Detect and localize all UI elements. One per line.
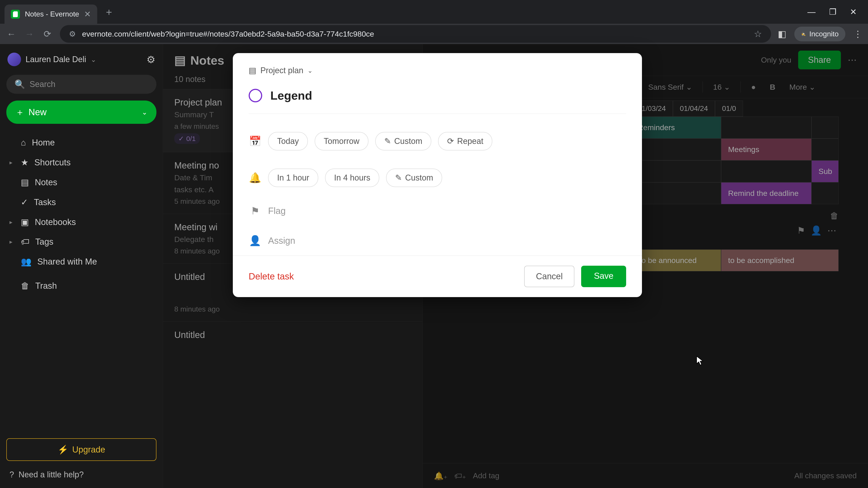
- due-tomorrow-chip[interactable]: Tomorrow: [315, 132, 368, 151]
- avatar: [7, 53, 21, 66]
- assign-row[interactable]: 👤 Assign: [233, 226, 642, 256]
- flag-row[interactable]: ⚑ Flag: [233, 196, 642, 226]
- sidebar-item-notes[interactable]: ▤Notes: [6, 173, 156, 191]
- delete-task-button[interactable]: Delete task: [249, 271, 294, 282]
- close-window-icon[interactable]: ✕: [850, 7, 857, 17]
- maximize-icon[interactable]: ❐: [829, 7, 836, 17]
- due-repeat-chip[interactable]: ⟳Repeat: [438, 132, 492, 151]
- sidebar-item-trash[interactable]: 🗑Trash: [6, 277, 156, 295]
- evernote-icon: [11, 10, 20, 19]
- address-bar: ← → ⟳ ⚙ evernote.com/client/web?login=tr…: [0, 24, 868, 44]
- remind-1h-chip[interactable]: In 1 hour: [268, 168, 318, 187]
- check-circle-icon: ✓: [21, 197, 28, 207]
- back-icon[interactable]: ←: [6, 29, 17, 39]
- chevron-right-icon[interactable]: ▸: [9, 238, 15, 246]
- settings-gear-icon[interactable]: ⚙: [147, 54, 155, 65]
- browser-menu-icon[interactable]: ⋮: [853, 29, 862, 39]
- trash-icon: 🗑: [21, 281, 29, 291]
- chevron-down-icon: ⌄: [142, 108, 147, 116]
- note-icon: ▤: [249, 66, 256, 75]
- sidepanel-icon[interactable]: ◧: [778, 29, 786, 39]
- calendar-icon: 📅: [249, 135, 261, 147]
- sidebar-item-home[interactable]: ⌂Home: [6, 134, 156, 152]
- person-icon: 👤: [249, 235, 261, 247]
- task-checkbox[interactable]: [249, 89, 262, 102]
- search-icon: 🔍: [14, 79, 25, 89]
- tag-icon: 🏷: [21, 237, 29, 247]
- bell-icon: 🔔: [249, 172, 261, 184]
- sidebar-item-shared[interactable]: 👥Shared with Me: [6, 253, 156, 271]
- account-switcher[interactable]: Lauren Dale Deli ⌄ ⚙: [6, 51, 156, 68]
- due-custom-chip[interactable]: ✎Custom: [375, 132, 431, 151]
- chevron-right-icon[interactable]: ▸: [9, 219, 15, 226]
- search-input[interactable]: 🔍 Search: [6, 75, 156, 94]
- sidebar-item-tasks[interactable]: ✓Tasks: [6, 193, 156, 211]
- cancel-button[interactable]: Cancel: [524, 266, 575, 287]
- incognito-indicator[interactable]: 🕵 Incognito: [794, 27, 845, 41]
- remind-custom-chip[interactable]: ✎Custom: [386, 168, 442, 187]
- save-button[interactable]: Save: [581, 266, 626, 287]
- bolt-icon: ⚡: [58, 445, 68, 455]
- share-icon: 👥: [21, 257, 31, 267]
- help-link[interactable]: ? Need a little help?: [6, 468, 156, 482]
- site-settings-icon[interactable]: ⚙: [69, 29, 76, 38]
- url-input[interactable]: ⚙ evernote.com/client/web?login=true#/no…: [60, 25, 771, 43]
- reminder-row: 🔔 In 1 hour In 4 hours ✎Custom: [233, 160, 642, 196]
- remind-4h-chip[interactable]: In 4 hours: [325, 168, 379, 187]
- note-link[interactable]: ▤ Project plan ⌄: [249, 66, 626, 75]
- minimize-icon[interactable]: —: [807, 7, 815, 17]
- due-date-row: 📅 Today Tomorrow ✎Custom ⟳Repeat: [233, 123, 642, 160]
- browser-tab[interactable]: Notes - Evernote ✕: [4, 4, 97, 24]
- new-tab-button[interactable]: ＋: [104, 5, 114, 19]
- incognito-icon: 🕵: [801, 32, 806, 36]
- pencil-icon: ✎: [384, 136, 391, 146]
- forward-icon: →: [24, 29, 35, 39]
- flag-icon: ⚑: [249, 205, 261, 217]
- sidebar-item-notebooks[interactable]: ▸▣Notebooks: [6, 213, 156, 231]
- reload-icon[interactable]: ⟳: [42, 29, 53, 39]
- sidebar-item-tags[interactable]: ▸🏷Tags: [6, 233, 156, 251]
- new-button[interactable]: ＋New ⌄: [6, 101, 156, 124]
- chevron-down-icon: ⌄: [307, 67, 313, 74]
- home-icon: ⌂: [21, 138, 26, 148]
- star-icon: ★: [21, 158, 29, 167]
- chevron-down-icon: ⌄: [91, 56, 96, 64]
- task-modal: ▤ Project plan ⌄ Legend 📅 Today Tomorrow…: [233, 53, 642, 297]
- task-title-input[interactable]: Legend: [270, 89, 312, 102]
- left-sidebar: Lauren Dale Deli ⌄ ⚙ 🔍 Search ＋New ⌄ ⌂Ho…: [0, 44, 163, 488]
- upgrade-button[interactable]: ⚡ Upgrade: [6, 438, 156, 461]
- tab-title: Notes - Evernote: [25, 10, 79, 18]
- url-text: evernote.com/client/web?login=true#/note…: [82, 30, 374, 38]
- help-icon: ?: [9, 470, 14, 480]
- note-icon: ▤: [21, 177, 29, 187]
- plus-icon: ＋: [16, 106, 24, 119]
- bookmark-star-icon[interactable]: ☆: [754, 29, 762, 39]
- pencil-icon: ✎: [395, 173, 402, 183]
- chevron-right-icon[interactable]: ▸: [9, 159, 15, 166]
- notebook-icon: ▣: [21, 217, 29, 227]
- tab-close-icon[interactable]: ✕: [84, 9, 91, 19]
- sidebar-item-shortcuts[interactable]: ▸★Shortcuts: [6, 153, 156, 171]
- browser-titlebar: Notes - Evernote ✕ ＋ — ❐ ✕: [0, 0, 868, 24]
- repeat-icon: ⟳: [447, 136, 454, 146]
- due-today-chip[interactable]: Today: [268, 132, 308, 151]
